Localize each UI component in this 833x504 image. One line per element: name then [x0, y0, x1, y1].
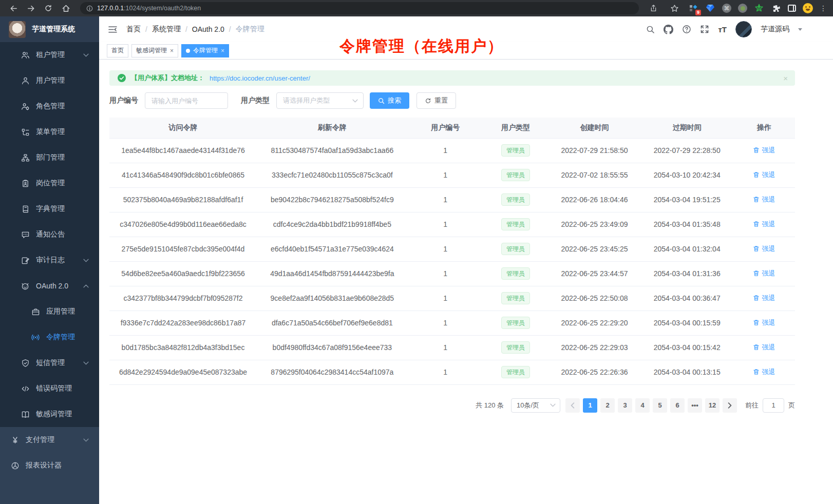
sidebar: 芋道管理系统 租户管理用户管理角色管理菜单管理部门管理岗位管理字典管理通知公告审…	[0, 16, 99, 504]
user-avatar[interactable]	[735, 21, 752, 37]
trash-icon	[753, 221, 760, 227]
force-logout-button[interactable]: 强退	[753, 318, 775, 327]
page-button-6[interactable]: 6	[670, 398, 685, 413]
sidebar-item-notice[interactable]: 通知公告	[0, 222, 99, 247]
sidebar-item-oauth[interactable]: OAuth 2.0	[0, 273, 99, 299]
reset-button[interactable]: 重置	[416, 92, 456, 109]
page-button-1[interactable]: 1	[583, 398, 597, 413]
user-type-cell: 管理员	[483, 261, 548, 286]
sidebar-item-post[interactable]: 岗位管理	[0, 170, 99, 196]
sidebar-item-label: 审计日志	[36, 256, 65, 265]
browser-home-icon[interactable]	[59, 2, 73, 14]
tab-close-icon[interactable]: ×	[221, 48, 224, 54]
sidebar-item-audit[interactable]: 审计日志	[0, 247, 99, 273]
goto-page: 前往 页	[745, 398, 795, 413]
share-icon[interactable]	[646, 2, 660, 14]
sidebar-item-sensitive[interactable]: 敏感词管理	[0, 401, 99, 427]
created-at-cell: 2022-06-25 23:49:09	[548, 212, 640, 237]
force-logout-button[interactable]: 强退	[753, 220, 775, 229]
tab-首页[interactable]: 首页	[107, 44, 128, 57]
expires-at-cell: 2054-03-04 00:15:42	[641, 335, 733, 360]
extension-gem-icon[interactable]	[705, 3, 715, 13]
help-icon[interactable]	[682, 25, 691, 34]
user-name[interactable]: 芋道源码	[761, 25, 789, 34]
sidebar-item-errorcode[interactable]: 错误码管理	[0, 376, 99, 401]
force-logout-button[interactable]: 强退	[753, 269, 775, 278]
pagination-total: 共 120 条	[476, 401, 504, 410]
profile-avatar-icon[interactable]	[803, 3, 813, 13]
bookmark-star-icon[interactable]	[667, 2, 681, 14]
sidebar-item-token[interactable]: 令牌管理	[0, 324, 99, 350]
page-size-select[interactable]: 10条/页	[511, 398, 560, 413]
extension-cmd-icon[interactable]: ⌘	[722, 4, 731, 13]
goto-page-input[interactable]	[763, 398, 784, 413]
browser-menu-icon[interactable]: ⋮	[820, 4, 827, 12]
pagination: 共 120 条 10条/页 123456•••12 前往 页	[109, 398, 795, 413]
refresh-token-cell: cdfc4ce9c2da4bb1bdf21b9918ff4be5	[257, 212, 408, 237]
force-logout-button[interactable]: 强退	[753, 170, 775, 180]
address-bar[interactable]: 127.0.0.1:1024/system/oauth2/token	[80, 2, 639, 14]
force-logout-label: 强退	[762, 294, 775, 303]
page-button-3[interactable]: 3	[618, 398, 632, 413]
app-frame: 芋道管理系统 租户管理用户管理角色管理菜单管理部门管理岗位管理字典管理通知公告审…	[0, 16, 833, 504]
user-id-cell: 1	[408, 138, 483, 163]
tab-close-icon[interactable]: ×	[170, 48, 174, 54]
font-size-icon[interactable]: тT	[718, 25, 727, 34]
browser-forward-icon[interactable]	[24, 2, 38, 14]
user-menu-caret-icon[interactable]	[798, 28, 802, 31]
force-logout-button[interactable]: 强退	[753, 244, 775, 254]
access-token-cell: 6d842e2924594de9a09e45e087323abe	[109, 360, 257, 384]
sidebar-item-role[interactable]: 角色管理	[0, 93, 99, 119]
sidebar-collapse-icon[interactable]	[107, 24, 118, 35]
pay-icon	[10, 435, 20, 444]
column-header: 刷新令牌	[257, 118, 408, 138]
browser-reload-icon[interactable]	[41, 2, 55, 14]
expires-at-cell: 2054-03-04 19:51:25	[641, 187, 733, 212]
extension-star-icon[interactable]	[754, 3, 764, 13]
user-type-select[interactable]: 请选择用户类型	[276, 92, 364, 109]
app-logo-row[interactable]: 芋道管理系统	[0, 16, 99, 42]
force-logout-button[interactable]: 强退	[753, 367, 775, 377]
sidebar-item-dept[interactable]: 部门管理	[0, 145, 99, 170]
user-type-tag: 管理员	[501, 366, 530, 378]
sidebar-item-tenant[interactable]: 租户管理	[0, 42, 99, 68]
page-button-5[interactable]: 5	[653, 398, 667, 413]
force-logout-button[interactable]: 强退	[753, 146, 775, 155]
sidebar-item-pay[interactable]: 支付管理	[0, 427, 99, 453]
tab-令牌管理[interactable]: 令牌管理×	[181, 44, 229, 57]
breadcrumb-item[interactable]: OAuth 2.0	[192, 25, 224, 33]
extension-tabs-icon[interactable]: 9	[688, 3, 698, 13]
tab-敏感词管理[interactable]: 敏感词管理×	[131, 44, 178, 57]
site-info-icon[interactable]	[86, 5, 93, 12]
sidebar-item-report[interactable]: 报表设计器	[0, 453, 99, 478]
force-logout-button[interactable]: 强退	[753, 195, 775, 204]
sidebar-item-dict[interactable]: 字典管理	[0, 196, 99, 222]
side-panel-icon[interactable]	[788, 5, 796, 12]
page-ellipsis-button[interactable]: •••	[688, 398, 702, 413]
search-icon[interactable]	[646, 25, 655, 34]
user-id-input[interactable]	[145, 92, 228, 109]
sidebar-item-user[interactable]: 用户管理	[0, 68, 99, 93]
force-logout-button[interactable]: 强退	[753, 343, 775, 352]
prev-page-button[interactable]	[565, 398, 580, 413]
sidebar-item-menu-tree[interactable]: 菜单管理	[0, 119, 99, 145]
breadcrumb-item[interactable]: 系统管理	[152, 25, 181, 34]
page-button-2[interactable]: 2	[600, 398, 615, 413]
breadcrumb-item[interactable]: 首页	[126, 25, 141, 34]
page-button-12[interactable]: 12	[705, 398, 720, 413]
browser-back-icon[interactable]	[6, 2, 21, 14]
github-icon[interactable]	[664, 25, 673, 34]
sidebar-item-app[interactable]: 应用管理	[0, 299, 99, 324]
extension-puzzle-icon[interactable]	[771, 3, 781, 13]
user-id-cell: 1	[408, 335, 483, 360]
page-button-4[interactable]: 4	[635, 398, 650, 413]
next-page-button[interactable]	[723, 398, 737, 413]
fullscreen-icon[interactable]	[700, 25, 709, 34]
alert-doc-link[interactable]: https://doc.iocoder.cn/user-center/	[210, 74, 310, 82]
extension-dot-icon[interactable]	[738, 4, 747, 13]
user-type-placeholder: 请选择用户类型	[283, 96, 330, 105]
search-button[interactable]: 搜索	[370, 92, 409, 109]
alert-close-icon[interactable]: ×	[783, 74, 788, 82]
sidebar-item-sms[interactable]: 短信管理	[0, 350, 99, 376]
force-logout-button[interactable]: 强退	[753, 294, 775, 303]
